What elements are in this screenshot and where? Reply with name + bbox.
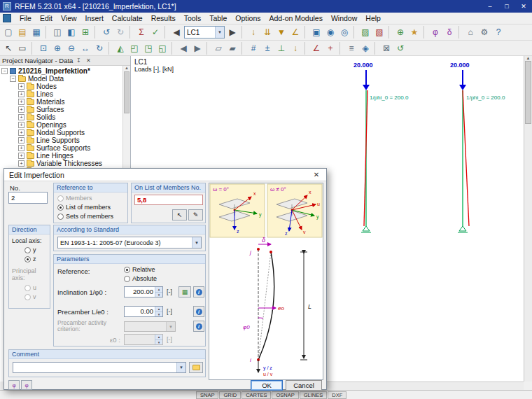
tables-toggle-icon[interactable]: ⊞ xyxy=(79,26,92,38)
menu-view[interactable]: View xyxy=(57,13,81,24)
print-icon[interactable]: ◫ xyxy=(51,26,64,38)
pin-icon[interactable]: ↧ xyxy=(74,57,83,64)
chevron-down-icon[interactable]: ▼ xyxy=(192,237,201,248)
radio-sets-of-members[interactable]: Sets of members xyxy=(57,213,113,220)
refresh-view-icon[interactable]: ↺ xyxy=(394,42,407,55)
favorites-icon[interactable]: ★ xyxy=(408,26,421,38)
measure-icon[interactable]: ∠ xyxy=(310,42,323,55)
select-arrow-icon[interactable]: ↖ xyxy=(2,42,15,55)
check-data-icon[interactable]: ✓ xyxy=(149,26,162,38)
new-file-icon[interactable]: ▢ xyxy=(2,26,15,38)
delete-mesh-icon[interactable]: ▧ xyxy=(373,26,386,38)
document-icon[interactable] xyxy=(3,14,11,22)
zoom-in-icon[interactable]: ⊕ xyxy=(51,42,64,55)
surface-load-icon[interactable]: ▼ xyxy=(275,26,288,38)
settings-icon[interactable]: ⚙ xyxy=(478,26,491,38)
expander-icon[interactable]: + xyxy=(18,106,24,113)
show-loads-icon[interactable]: ↓ xyxy=(289,42,302,55)
radio-relative[interactable]: Relative xyxy=(124,266,155,273)
precamber-input[interactable]: 0.00 ▴▾ xyxy=(124,306,163,317)
standard-select[interactable]: EN 1993-1-1: 2005-07 (Eurocode 3) ▼ xyxy=(57,237,202,248)
rotate-view-icon[interactable]: ↻ xyxy=(93,42,106,55)
radio-axis-y[interactable]: y xyxy=(24,246,36,253)
save-icon[interactable]: ▦ xyxy=(30,26,43,38)
spinner-icons[interactable]: ▴▾ xyxy=(155,287,162,297)
user-views-icon[interactable]: ◎ xyxy=(338,26,351,38)
statusbar-grid-toggle[interactable]: GRID xyxy=(219,391,241,399)
scroll-thumb[interactable] xyxy=(124,71,130,113)
home-view-icon[interactable]: ⌂ xyxy=(464,26,477,38)
radio-axis-z[interactable]: z xyxy=(24,255,36,262)
view-isometric-icon[interactable]: ◭ xyxy=(114,42,127,55)
load-case-selector[interactable]: LC1 ▼ xyxy=(184,26,225,38)
coordinate-system-icon[interactable]: + xyxy=(324,42,337,55)
tree-item-solids[interactable]: +Solids xyxy=(0,113,130,121)
generate-mesh-icon[interactable]: ▨ xyxy=(359,26,372,38)
radio-absolute[interactable]: Absolute xyxy=(124,275,157,282)
menu-insert[interactable]: Insert xyxy=(81,13,108,24)
nodal-load-icon[interactable]: ↓ xyxy=(247,26,260,38)
cancel-button[interactable]: Cancel xyxy=(286,380,322,391)
scroll-thumb[interactable] xyxy=(525,61,531,124)
expander-icon[interactable]: + xyxy=(18,153,24,159)
visibility-icon[interactable]: ◉ xyxy=(324,26,337,38)
vertical-scrollbar[interactable]: ▲ xyxy=(524,56,532,382)
edit-members-list-button[interactable]: ✎ xyxy=(188,209,203,220)
menu-edit[interactable]: Edit xyxy=(36,13,57,24)
pan-icon[interactable]: ↔ xyxy=(79,42,92,55)
loadcase-previous-icon[interactable]: ◀ xyxy=(170,26,183,38)
menu-results[interactable]: Results xyxy=(147,13,180,24)
menu-tools[interactable]: Tools xyxy=(180,13,206,24)
select-box-icon[interactable]: ▭ xyxy=(16,42,29,55)
view-in-y-icon[interactable]: ◳ xyxy=(142,42,155,55)
tree-root[interactable]: − 210216_Imperfektion* xyxy=(0,67,130,75)
copy-imperfection-button[interactable]: φ xyxy=(21,380,32,390)
tree-item-variable-thicknesses[interactable]: +Variable Thicknesses xyxy=(0,160,130,167)
chevron-down-icon[interactable]: ▼ xyxy=(215,27,224,38)
menu-calculate[interactable]: Calculate xyxy=(108,13,147,24)
members-list-input[interactable]: 5,8 xyxy=(134,195,203,205)
loadcase-next-icon[interactable]: ▶ xyxy=(226,26,239,38)
show-numbering-icon[interactable]: # xyxy=(247,42,260,55)
display-properties-icon[interactable]: ◈ xyxy=(359,42,372,55)
precamber-info-button[interactable]: i xyxy=(193,306,204,317)
statusbar-glines-toggle[interactable]: GLINES xyxy=(300,391,328,399)
comment-input[interactable]: ▼ xyxy=(13,362,186,373)
solid-display-icon[interactable]: ▰ xyxy=(226,42,239,55)
tree-item-nodal-supports[interactable]: +Nodal Supports xyxy=(0,129,130,136)
background-layers-icon[interactable]: ≡ xyxy=(345,42,358,55)
minimize-icon[interactable]: – xyxy=(482,0,498,13)
tree-item-lines[interactable]: +Lines xyxy=(0,90,130,98)
dialog-close-icon[interactable]: ✕ xyxy=(307,169,326,181)
inclination-table-button[interactable]: ▦ xyxy=(178,286,191,298)
tree-item-materials[interactable]: +Materials xyxy=(0,98,130,106)
ok-button[interactable]: OK xyxy=(251,380,283,391)
expander-icon[interactable]: + xyxy=(18,160,24,167)
expander-icon[interactable]: + xyxy=(18,114,24,120)
menu-window[interactable]: Window xyxy=(327,13,361,24)
imperfection-icon[interactable]: ∠ xyxy=(289,26,302,38)
comment-browse-button[interactable] xyxy=(189,362,203,373)
expander-icon[interactable]: + xyxy=(18,83,24,90)
statusbar-osnap-toggle[interactable]: OSNAP xyxy=(272,391,298,399)
menu-table[interactable]: Table xyxy=(205,13,231,24)
previous-view-icon[interactable]: ◀ xyxy=(177,42,190,55)
criterion-info-button[interactable]: i xyxy=(193,321,204,332)
menu-options[interactable]: Options xyxy=(231,13,265,24)
new-imperfection-button[interactable]: φ xyxy=(8,380,20,390)
tree-item-line-hinges[interactable]: +Line Hinges xyxy=(0,152,130,160)
spinner-icons[interactable]: ▴▾ xyxy=(155,307,162,316)
wireframe-display-icon[interactable]: ▱ xyxy=(212,42,225,55)
full-screen-icon[interactable]: ⊠ xyxy=(380,42,393,55)
delta-display-icon[interactable]: δ xyxy=(443,26,456,38)
tree-item-model-data[interactable]: − Model Data xyxy=(0,75,130,83)
radio-members[interactable]: Members xyxy=(57,195,92,202)
expander-icon[interactable]: + xyxy=(18,130,24,136)
tree-item-openings[interactable]: +Openings xyxy=(0,121,130,129)
undo-icon[interactable]: ↺ xyxy=(100,26,113,38)
tree-item-line-supports[interactable]: +Line Supports xyxy=(0,136,130,144)
show-values-icon[interactable]: ± xyxy=(261,42,274,55)
next-view-icon[interactable]: ▶ xyxy=(191,42,204,55)
tree-item-surface-supports[interactable]: +Surface Supports xyxy=(0,144,130,152)
tree-item-surfaces[interactable]: +Surfaces xyxy=(0,106,130,113)
